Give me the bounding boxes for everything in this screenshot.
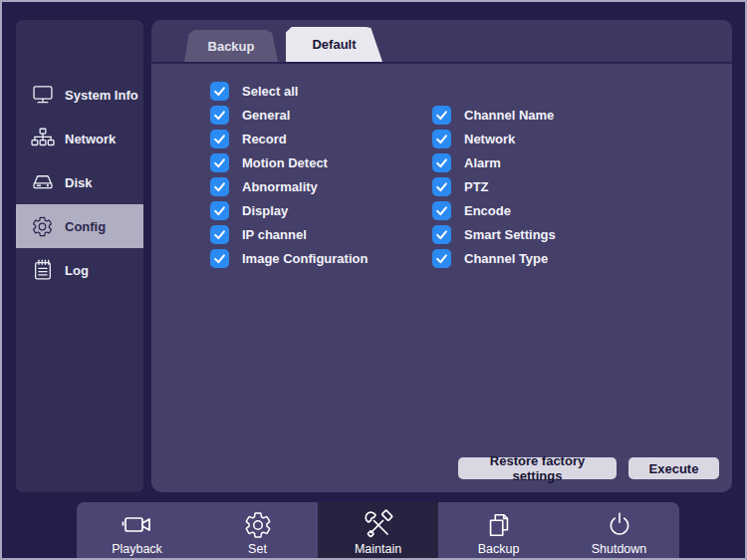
option-label: Channel Name — [464, 108, 554, 123]
option-row: IP channel — [210, 222, 368, 246]
checkbox-encode[interactable] — [432, 201, 451, 220]
option-label: Motion Detect — [242, 155, 328, 170]
option-row: PTZ — [432, 174, 556, 198]
sidebar-item-log[interactable]: Log — [16, 248, 143, 292]
nav-item-shutdown[interactable]: Shutdown — [559, 502, 679, 560]
option-label: Smart Settings — [464, 227, 556, 242]
option-label: Record — [242, 132, 287, 146]
checkbox-channel-type[interactable] — [432, 249, 451, 268]
checkbox-ptz[interactable] — [432, 177, 451, 196]
checkbox-general[interactable] — [210, 106, 229, 125]
nav-item-label: Playback — [112, 542, 162, 556]
checkbox-display[interactable] — [210, 201, 229, 220]
option-label: IP channel — [242, 227, 307, 242]
nav-item-playback[interactable]: Playback — [77, 502, 197, 560]
checkbox-ip-channel[interactable] — [210, 225, 229, 244]
option-row: Display — [210, 198, 368, 222]
option-row: Abnormality — [210, 174, 368, 198]
option-row: Network — [432, 127, 556, 150]
dvr-maintain-screen: System Info Network — [0, 0, 747, 560]
option-label: Display — [242, 203, 288, 218]
option-column-left: Select all General Record Motion Detect … — [210, 79, 368, 270]
option-column-right: Channel Name Network Alarm PTZ Encode Sm… — [432, 103, 556, 270]
option-row: Encode — [432, 198, 556, 222]
option-row: Motion Detect — [210, 150, 368, 174]
nav-item-label: Set — [248, 542, 267, 556]
option-label: Channel Type — [464, 251, 548, 266]
execute-button[interactable]: Execute — [628, 457, 719, 479]
sidebar: System Info Network — [16, 20, 143, 492]
sidebar-item-disk[interactable]: Disk — [16, 160, 143, 204]
sidebar-item-label: Network — [65, 132, 116, 146]
log-icon — [29, 257, 56, 283]
tab-backup[interactable]: Backup — [184, 30, 278, 62]
main-panel: Backup Default Select all General Record — [151, 20, 732, 492]
tab-strip: Backup Default — [151, 20, 732, 64]
sidebar-item-network[interactable]: Network — [16, 117, 143, 160]
power-icon — [605, 508, 634, 542]
checkbox-abnormality[interactable] — [210, 177, 229, 196]
monitor-icon — [29, 82, 56, 108]
option-row: Channel Name — [432, 103, 556, 127]
option-label: Abnormality — [242, 179, 318, 194]
option-label: PTZ — [464, 179, 489, 194]
copy-pages-icon — [484, 508, 514, 542]
option-label: Alarm — [464, 155, 501, 170]
video-camera-icon — [121, 508, 154, 542]
tools-icon — [363, 508, 394, 542]
checkbox-network[interactable] — [432, 130, 451, 148]
checkbox-record[interactable] — [210, 130, 229, 148]
option-row: Channel Type — [432, 246, 556, 270]
sidebar-item-config[interactable]: Config — [16, 204, 143, 248]
gear-icon — [29, 215, 56, 238]
option-label: Encode — [464, 203, 511, 218]
nav-item-set[interactable]: Set — [197, 502, 318, 560]
nav-item-label: Backup — [478, 542, 520, 556]
option-row: General — [210, 103, 368, 127]
disk-icon — [29, 169, 56, 195]
option-row: Alarm — [432, 150, 556, 174]
nav-item-label: Shutdown — [592, 542, 647, 556]
checkbox-smart-settings[interactable] — [432, 225, 451, 244]
nav-item-label: Maintain — [355, 542, 401, 556]
sidebar-item-label: System Info — [65, 88, 138, 103]
option-label: General — [242, 108, 290, 123]
checkbox-alarm[interactable] — [432, 153, 451, 172]
network-icon — [29, 126, 56, 151]
option-row: Image Configuration — [210, 246, 368, 270]
bottom-nav: Playback Set — [77, 502, 679, 560]
nav-item-backup[interactable]: Backup — [438, 502, 559, 560]
option-label: Network — [464, 132, 515, 146]
sidebar-item-label: Config — [65, 219, 106, 234]
tab-default[interactable]: Default — [286, 27, 382, 62]
checkbox-channel-name[interactable] — [432, 106, 451, 125]
gear-icon — [243, 508, 273, 542]
option-label: Select all — [242, 84, 298, 99]
sidebar-item-label: Disk — [65, 175, 92, 190]
checkbox-select-all[interactable] — [210, 82, 229, 101]
nav-item-maintain[interactable]: Maintain — [318, 502, 438, 560]
sidebar-item-system-info[interactable]: System Info — [16, 73, 143, 117]
sidebar-item-label: Log — [65, 263, 89, 278]
tab-label: Backup — [208, 39, 255, 54]
checkbox-motion-detect[interactable] — [210, 153, 229, 172]
checkbox-image-configuration[interactable] — [210, 249, 229, 268]
tab-label: Default — [312, 37, 356, 52]
option-row: Smart Settings — [432, 222, 556, 246]
option-row: Record — [210, 127, 368, 150]
option-row: Select all — [210, 79, 368, 103]
option-label: Image Configuration — [242, 251, 368, 266]
restore-factory-settings-button[interactable]: Restore factory settings — [458, 457, 617, 479]
